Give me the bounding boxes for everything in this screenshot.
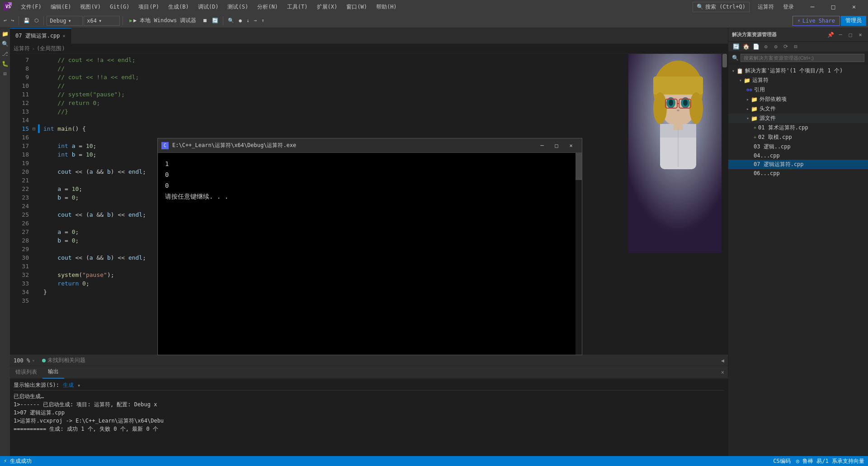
references-folder[interactable]: ⊕⊕ 引用: [728, 85, 868, 95]
issue-text: 未找到相关问题: [47, 357, 85, 364]
file-07-label: 07 逻辑运算符.cpp: [754, 161, 804, 168]
menu-edit[interactable]: 编辑(E): [47, 2, 75, 12]
menu-debug[interactable]: 调试(D): [194, 2, 222, 12]
project-arrow: ▾: [739, 78, 742, 83]
project-item[interactable]: ▾ 📁 运算符: [728, 76, 868, 85]
menu-git[interactable]: Git(G): [106, 3, 133, 11]
issue-dot: [42, 359, 46, 362]
redo-btn[interactable]: ↪: [9, 17, 16, 24]
file-02[interactable]: + 02 取模.cpp: [728, 133, 868, 142]
src-label: 源文件: [760, 114, 776, 122]
tab-main-file[interactable]: 07 逻辑运算.cpp ×: [10, 28, 71, 44]
undo-btn[interactable]: ↩: [2, 17, 9, 24]
breakpoint-btn[interactable]: ●: [237, 17, 244, 24]
headers-folder[interactable]: ▸ 📁 头文件: [728, 104, 868, 114]
file-07[interactable]: 07 逻辑运算符.cpp: [728, 160, 868, 169]
file-01[interactable]: + 01 算术运算符.cpp: [728, 123, 868, 133]
run-btn[interactable]: ▶ ▶ 本地 Windows 调试器: [126, 16, 200, 25]
sidebar-pin-btn[interactable]: 📌: [826, 31, 835, 39]
save-btn[interactable]: 💾: [22, 17, 32, 24]
step-over-btn[interactable]: ↓: [245, 17, 251, 24]
toolbar: ↩ ↪ 💾 ⬡ Debug ▾ x64 ▾ ▶ ▶ 本地 Windows 调试器…: [0, 14, 868, 28]
menu-file[interactable]: 文件(F): [17, 2, 45, 12]
platform-dropdown[interactable]: x64 ▾: [84, 16, 120, 26]
file-06[interactable]: 06...cpp: [728, 169, 868, 177]
debug-tools[interactable]: 🔍: [226, 17, 236, 24]
tab-close-btn[interactable]: ×: [63, 33, 66, 38]
menu-right: 运算符 登录: [755, 2, 797, 12]
panel-close-btn[interactable]: ×: [721, 369, 724, 376]
solution-explorer: 解决方案资源管理器 📌 ─ □ × 🔄 🏠 📄 ⚙ ⚙ ⟳ ⊟ 🔍 ▾: [728, 28, 868, 456]
console-scroll-thumb[interactable]: [576, 153, 582, 180]
menu-view[interactable]: 视图(V): [76, 2, 104, 12]
menu-build[interactable]: 生成(B): [165, 2, 193, 12]
build-status[interactable]: ⚡ 生成成功: [4, 457, 32, 465]
menu-extensions[interactable]: 扩展(X): [313, 2, 341, 12]
activity-explorer[interactable]: 📁: [1, 30, 9, 38]
show-files-btn[interactable]: 📄: [752, 43, 760, 51]
activity-search[interactable]: 🔍: [1, 40, 9, 48]
step-into-btn[interactable]: →: [252, 17, 259, 24]
collapse-btn[interactable]: ⊟: [792, 43, 800, 51]
menu-test[interactable]: 测试(S): [224, 2, 252, 12]
menu-tools[interactable]: 工具(T): [283, 2, 311, 12]
file-04[interactable]: 04...cpp: [728, 152, 868, 160]
admin-btn[interactable]: 管理员: [841, 16, 866, 26]
breadcrumb-bar: 运算符 › (全局范围): [10, 44, 728, 54]
menu-search-placeholder: 搜索 (Ctrl+Q): [705, 3, 745, 11]
menu-analyze[interactable]: 分析(N): [254, 2, 282, 12]
sidebar-minimize-btn[interactable]: ─: [836, 31, 844, 39]
console-scrollbar[interactable]: [576, 153, 582, 355]
file-03[interactable]: 03 逻辑..cpp: [728, 142, 868, 152]
operator-label: 运算符: [755, 2, 777, 12]
restart-btn[interactable]: 🔄: [210, 17, 220, 24]
home-btn[interactable]: 🏠: [742, 43, 750, 51]
solution-label: 解决方案'运算符'(1 个项目/共 1 个): [745, 67, 843, 75]
extra-status[interactable]: ◎ 鲁棒 易/1 系承支持向量: [796, 457, 864, 465]
console-titlebar: C E:\C++_Learn\运算符\x64\Debug\运算符.exe ─ □…: [158, 138, 582, 153]
step-out-btn[interactable]: ↑: [259, 17, 266, 24]
encoding-status[interactable]: CS编码: [773, 457, 790, 465]
config-dropdown[interactable]: Debug ▾: [47, 16, 83, 26]
panel-tab-output[interactable]: 输出: [42, 366, 64, 379]
ext-label: 外部依赖项: [760, 95, 787, 103]
close-btn[interactable]: ×: [844, 0, 864, 14]
save-all-btn[interactable]: ⬡: [33, 17, 41, 24]
svg-text:VS: VS: [5, 4, 11, 9]
console-close-btn[interactable]: ×: [564, 138, 578, 153]
console-icon: C: [161, 142, 169, 149]
menu-window[interactable]: 窗口(W): [343, 2, 371, 12]
sync-btn[interactable]: 🔄: [732, 43, 740, 51]
menu-bar: VS 文件(F) 编辑(E) 视图(V) Git(G) 项目(P) 生成(B) …: [0, 0, 868, 14]
activity-debug[interactable]: 🐛: [1, 60, 9, 68]
maximize-btn[interactable]: □: [823, 0, 844, 14]
login-btn[interactable]: 登录: [780, 2, 797, 12]
menu-help[interactable]: 帮助(H): [373, 2, 401, 12]
settings-btn[interactable]: ⚙: [772, 43, 780, 51]
console-maximize-btn[interactable]: □: [549, 138, 564, 153]
minimize-btn[interactable]: ─: [802, 0, 823, 14]
bottom-panel: 错误列表 输出 × 显示输出来源(S): 生成 ▾ 已启动生成… 1>-----…: [10, 366, 728, 456]
refresh-btn[interactable]: ⟳: [782, 43, 790, 51]
activity-extensions[interactable]: ⊞: [1, 70, 9, 78]
panel-content: 显示输出来源(S): 生成 ▾ 已启动生成… 1>------ 已启动生成: 项…: [10, 379, 728, 456]
external-deps-folder[interactable]: ▸ 📁 外部依赖项: [728, 95, 868, 104]
menu-project[interactable]: 项目(P): [135, 2, 163, 12]
sidebar-search-input[interactable]: [741, 54, 864, 62]
separator-1: [19, 16, 19, 25]
console-minimize-btn[interactable]: ─: [535, 138, 549, 153]
zoom-bar: 100 % ▾ 未找到相关问题 ◀: [10, 355, 728, 366]
panel-tab-error[interactable]: 错误列表: [10, 366, 42, 379]
solution-root[interactable]: ▾ 📋 解决方案'运算符'(1 个项目/共 1 个): [728, 66, 868, 76]
stop-btn[interactable]: ⏹: [201, 17, 209, 24]
console-line-4: 请按任意键继续. . .: [165, 191, 575, 202]
menu-search-box[interactable]: 🔍 搜索 (Ctrl+Q): [693, 2, 750, 12]
activity-git[interactable]: ⎇: [1, 50, 9, 58]
console-window: C E:\C++_Learn\运算符\x64\Debug\运算符.exe ─ □…: [157, 138, 582, 355]
filter-btn[interactable]: ⚙: [762, 43, 770, 51]
live-share-btn[interactable]: ⚡ Live Share: [793, 16, 840, 26]
sidebar-maximize-btn[interactable]: □: [846, 31, 854, 39]
sidebar-close-btn[interactable]: ×: [856, 31, 864, 39]
ext-arrow: ▸: [746, 97, 749, 102]
sources-folder[interactable]: ▾ 📁 源文件: [728, 114, 868, 123]
